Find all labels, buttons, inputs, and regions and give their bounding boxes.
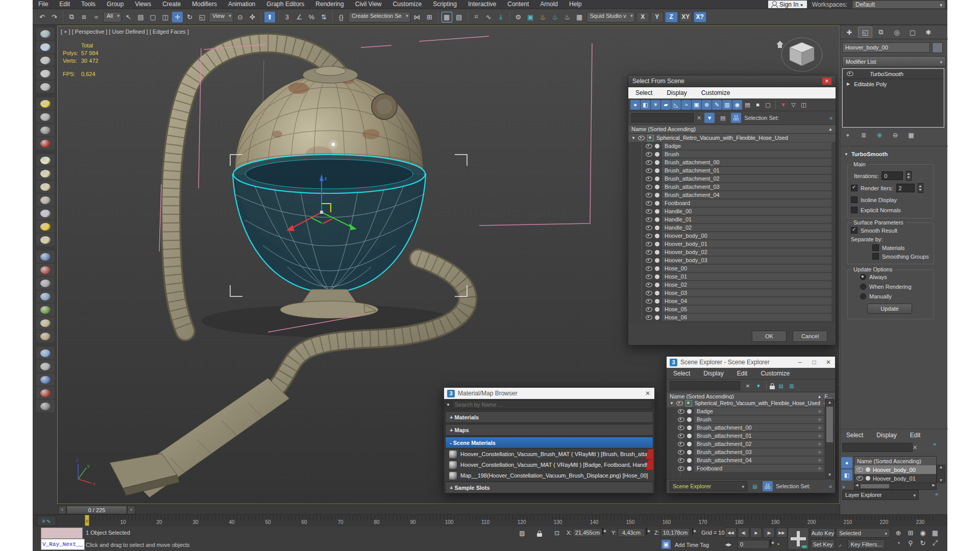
always-radio[interactable]	[860, 274, 866, 280]
tree-item[interactable]: Brush_attachment_03	[628, 183, 836, 191]
scroll-down-icon[interactable]: ▼	[937, 478, 945, 484]
tree-item[interactable]: Badge✛	[667, 407, 825, 415]
rendered-frame-window-icon[interactable]: ▣	[525, 12, 536, 22]
angle-snap-icon[interactable]: ∠	[294, 12, 305, 22]
maximize-icon[interactable]: □	[811, 359, 818, 366]
isoline-display-checkbox[interactable]	[851, 196, 857, 203]
render-iterative-icon[interactable]: ♨	[562, 12, 573, 22]
toolbar-separator[interactable]	[261, 11, 261, 22]
sfs-toolbar-separator[interactable]	[775, 100, 776, 109]
toggle-layer-explorer-icon[interactable]: ▤	[454, 12, 464, 22]
walk-through-icon[interactable]: ⚲	[904, 538, 917, 548]
minimize-icon[interactable]: –	[796, 359, 803, 366]
left-toolbar-separator[interactable]	[36, 151, 55, 153]
expand-caret-icon[interactable]: ▶	[847, 82, 850, 86]
rollout-header[interactable]: ▼ TurboSmooth	[844, 151, 888, 157]
key-step-toggle-icon[interactable]: ◀▶	[724, 540, 733, 549]
render-elements-icon[interactable]: ▦	[574, 12, 585, 22]
visibility-eye-icon[interactable]	[646, 168, 652, 173]
dialog-menu[interactable]: Select	[628, 89, 659, 96]
modifier-list-dropdown[interactable]: Modifier List	[842, 56, 946, 67]
tree-item[interactable]: Brush	[628, 150, 836, 158]
layers-icon[interactable]: ▤	[750, 482, 760, 491]
track-bar[interactable]: 1020304050607080901001101201301401501601…	[33, 514, 947, 528]
previous-frame-arrow[interactable]: ‹	[58, 506, 66, 514]
schematic-view-icon[interactable]: ⌗	[471, 12, 482, 22]
tree-item[interactable]: Handle_02	[628, 223, 836, 232]
tree-item[interactable]: Badge	[628, 142, 836, 150]
current-frame-field[interactable]: 0	[738, 540, 769, 549]
select-and-rotate-icon[interactable]: ↻	[184, 12, 195, 22]
select-and-move-icon[interactable]: ✛	[172, 12, 183, 22]
menubar-menu[interactable]: Content	[502, 0, 534, 9]
visibility-eye-icon[interactable]	[646, 160, 652, 165]
dock-list-header[interactable]: Name (Sorted Ascending)	[854, 457, 936, 465]
tree-item[interactable]: Brush_attachment_00✛	[667, 423, 825, 432]
expand-chevron-icon[interactable]: »	[829, 483, 832, 489]
toolbar-separator[interactable]	[63, 11, 63, 22]
scroll-down-icon[interactable]: ▼	[826, 472, 834, 478]
field-of-view-icon[interactable]: ◔	[892, 538, 904, 548]
rocks-icon[interactable]	[36, 290, 55, 303]
curve-editor-icon[interactable]: ∿	[483, 12, 494, 22]
spheres-dashed-icon[interactable]	[36, 373, 55, 386]
align-icon[interactable]: ⊞	[424, 12, 435, 22]
toolbar-separator[interactable]	[438, 11, 438, 22]
axis-xy-button[interactable]: XY	[679, 12, 692, 22]
window-menu[interactable]: Customize	[754, 370, 796, 377]
filter-groups-icon[interactable]: ▣	[692, 100, 701, 110]
cloud-icon[interactable]	[36, 41, 55, 53]
viewport-label[interactable]: [ + ] [ Perspective ] [ User Defined ] […	[61, 29, 189, 35]
expand-chevron-icon[interactable]: »	[933, 441, 936, 447]
tree-item[interactable]: Brush_attachment_00	[628, 158, 836, 166]
render-production-icon[interactable]: ♨	[537, 12, 548, 22]
window-menu[interactable]: Edit	[730, 370, 754, 377]
visibility-eye-icon[interactable]	[646, 177, 652, 181]
tree-item[interactable]: Brush_attachment_01✛	[667, 432, 825, 440]
visibility-eye-icon[interactable]	[646, 242, 652, 246]
previous-frame-button[interactable]: ◀|	[738, 528, 749, 538]
current-frame-marker[interactable]: 0	[85, 515, 89, 526]
render-iters-field[interactable]: 2	[896, 184, 915, 192]
ok-button[interactable]: OK	[752, 331, 787, 342]
spinner-snap-icon[interactable]: ⇅	[318, 12, 329, 22]
scrollbar-thumb[interactable]	[861, 484, 889, 488]
move-handle-icon[interactable]: ✛	[818, 417, 822, 422]
render-iters-spinner[interactable]	[918, 183, 923, 193]
move-handle-icon[interactable]: ✛	[823, 400, 825, 406]
use-center-icon[interactable]: ⊙	[235, 12, 246, 22]
visibility-eye-icon[interactable]	[646, 217, 652, 222]
named-selection-dropdown[interactable]: Create Selection Se	[348, 12, 410, 22]
window-title-bar[interactable]: 3 Scene Explorer - Scene Explorer – □ ✕	[667, 357, 835, 368]
selection-filter-dropdown[interactable]: All	[103, 12, 121, 22]
z-coordinate-field[interactable]: 10,178cm	[660, 528, 690, 537]
dialog-menu[interactable]: Customize	[694, 89, 738, 96]
visibility-eye-icon[interactable]	[646, 291, 652, 295]
camera-icon[interactable]	[36, 111, 55, 123]
visibility-eye-icon[interactable]	[856, 476, 863, 481]
grid-window-icon[interactable]	[36, 81, 55, 93]
scroll-up-icon[interactable]: ▲	[937, 464, 945, 470]
snaps-toggle-icon[interactable]: 3	[282, 12, 292, 22]
visibility-eye-icon[interactable]	[646, 266, 652, 271]
visibility-eye-icon[interactable]	[678, 409, 684, 414]
render-in-cloud-icon[interactable]: ♨	[550, 12, 560, 22]
filter-containers-icon[interactable]: ▥	[722, 100, 732, 110]
visibility-eye-icon[interactable]	[678, 442, 684, 446]
plane-primitive-icon[interactable]	[36, 154, 55, 166]
explorer-preset-dropdown[interactable]: Scene Explorer	[670, 481, 747, 491]
dialog-menu[interactable]: Display	[659, 89, 694, 96]
filter-combinations-icon[interactable]: ▼	[778, 100, 788, 110]
menubar-menu[interactable]: Animation	[223, 0, 261, 9]
rectangular-selection-icon[interactable]: ▢	[148, 12, 158, 22]
visibility-eye-icon[interactable]	[646, 144, 652, 148]
render-setup-icon[interactable]: ⚙	[513, 12, 524, 22]
filter-bones-icon[interactable]: ✎	[712, 100, 722, 110]
close-icon[interactable]: ✕	[825, 359, 832, 366]
move-handle-icon[interactable]: ✛	[818, 425, 822, 431]
render-iters-checkbox[interactable]	[851, 185, 857, 191]
percent-snap-icon[interactable]: %	[306, 12, 317, 22]
y-coordinate-field[interactable]: 4,43cm	[618, 528, 645, 537]
grass-icon[interactable]	[36, 304, 55, 316]
filter-shapes-icon[interactable]: ◧	[841, 469, 852, 481]
